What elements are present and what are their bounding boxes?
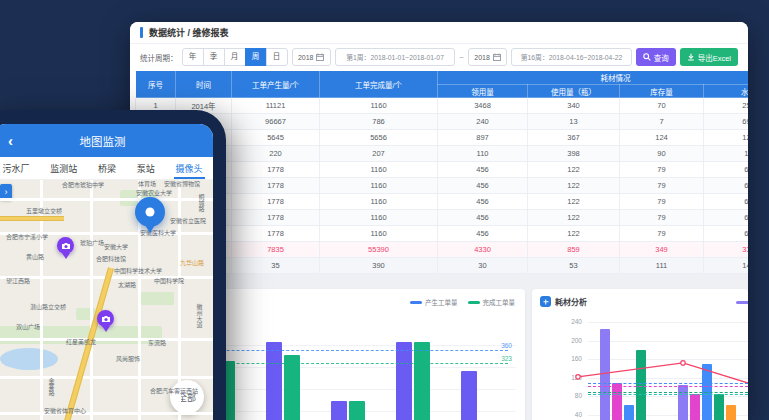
tab-桥梁[interactable]: 桥梁 — [96, 157, 118, 179]
bar-产生工单量 — [266, 342, 282, 420]
table-cell: 240 — [438, 114, 528, 130]
bar — [636, 350, 646, 420]
legend-item: 完成工单量 — [468, 297, 516, 307]
table-row: 32016年56455656897367124129 — [136, 130, 749, 146]
table-row: 52018年177811604561227967 — [136, 162, 749, 178]
tab-监测站[interactable]: 监测站 — [48, 157, 79, 179]
table-cell: 1778 — [232, 194, 320, 210]
map-label: 太湖路 — [118, 282, 136, 288]
gridline — [588, 341, 748, 342]
bar-产生工单量 — [331, 401, 347, 420]
tab-污水厂[interactable]: 污水厂 — [0, 157, 31, 179]
query-button[interactable]: 查询 — [636, 48, 676, 66]
table-cell: 124 — [620, 130, 704, 146]
chart-title-row: 耗材分析 — [540, 296, 587, 307]
map-road — [0, 338, 213, 341]
gridline — [588, 378, 748, 379]
column-header: 工单产生量/个 — [232, 71, 320, 98]
table-cell: 207 — [320, 146, 438, 162]
column-header: 时间 — [176, 71, 232, 98]
period-option-日[interactable]: 日 — [266, 48, 288, 66]
table-cell: 67 — [704, 194, 749, 210]
table-cell: 30 — [438, 258, 528, 274]
bar — [678, 385, 688, 420]
table-cell: 367 — [528, 130, 620, 146]
tab-摄像头[interactable]: 摄像头 — [174, 157, 205, 179]
table-cell: 398 — [528, 146, 620, 162]
filter-toolbar: 统计周期： 年季月周日 2018 第1周：2018-01-01~2018-01-… — [130, 44, 748, 70]
map-label: 安徽省体育中心 — [44, 408, 86, 414]
table-cell: 1160 — [320, 178, 438, 194]
map-road — [0, 198, 213, 201]
table-row: 22015年96667786240137690 — [136, 114, 749, 130]
period-option-月[interactable]: 月 — [224, 48, 246, 66]
camera-marker[interactable] — [97, 310, 114, 327]
week-start-input[interactable]: 第1周：2018-01-01~2018-01-07 — [335, 48, 455, 66]
camera-icon — [101, 315, 111, 323]
table-cell: 122 — [528, 194, 620, 210]
reference-line — [588, 386, 748, 387]
map-canvas[interactable]: › 全部 合肥市琥珀中学体育场安徽农业大学安徽省博物馆五里墩立交桥合肥市宁溪小学… — [0, 180, 213, 420]
map-all-button[interactable]: 全部 — [170, 380, 204, 414]
y-tick: 200 — [560, 337, 582, 344]
tab-泵站[interactable]: 泵站 — [135, 157, 157, 179]
table-cell: 55390 — [320, 242, 438, 258]
bar — [600, 329, 610, 420]
table-cell: 1160 — [320, 162, 438, 178]
map-label: 徽州大道 — [196, 304, 202, 328]
chart-title-icon — [540, 296, 551, 307]
map-park — [140, 292, 174, 305]
average-row: 平均值353903053111141 — [136, 258, 749, 274]
table-cell: 79 — [620, 226, 704, 242]
legend-dash — [410, 301, 422, 304]
table-cell: 690 — [704, 114, 749, 130]
table-cell: 13 — [528, 114, 620, 130]
camera-marker[interactable] — [57, 237, 74, 254]
reference-line — [588, 383, 748, 384]
charts-row: 产生工单量完成工单量 360323 耗材分析 2402001601208040 — [138, 289, 748, 420]
legend-text: 产生工单量 — [425, 297, 458, 307]
table-cell: 53 — [528, 258, 620, 274]
range-separator: ~ — [459, 53, 464, 62]
selected-camera-marker[interactable] — [135, 197, 165, 227]
export-excel-button[interactable]: 导出Excel — [680, 48, 738, 66]
map-label: 安徽省博物馆 — [164, 181, 200, 187]
map-label: 合肥市琥珀中学 — [62, 182, 104, 188]
table-row: 72020年177811604561227967 — [136, 194, 749, 210]
map-label: 合肥市宁溪小学 — [6, 234, 48, 240]
sub-column-header: 领用量 — [438, 85, 528, 98]
year-start-select[interactable]: 2018 — [292, 48, 331, 66]
table-cell: 7 — [620, 114, 704, 130]
column-header: 工单完成量/个 — [320, 71, 438, 98]
table-cell: 7835 — [232, 242, 320, 258]
table-cell: 96667 — [232, 114, 320, 130]
table-cell: 340 — [528, 98, 620, 114]
map-label: 安徽大学 — [104, 244, 128, 250]
table-cell: 456 — [438, 226, 528, 242]
legend-item: 产生工单量 — [410, 297, 458, 307]
year-end-select[interactable]: 2018 — [468, 48, 507, 66]
legend-text: 完成工单量 — [483, 297, 516, 307]
export-label: 导出Excel — [698, 52, 731, 63]
bar-完成工单量 — [284, 355, 300, 420]
column-header: 序号 — [136, 71, 176, 98]
period-option-周[interactable]: 周 — [245, 48, 267, 66]
map-label: 双山广场 — [16, 324, 40, 330]
table-cell: 79 — [620, 178, 704, 194]
map-label: 合肥汽车客运西站 — [150, 388, 198, 394]
period-option-年[interactable]: 年 — [182, 48, 204, 66]
back-icon[interactable]: ‹ — [8, 133, 13, 148]
reference-line — [588, 392, 748, 393]
bar-产生工单量 — [396, 342, 412, 420]
table-row: 12014年111211160346834070250 — [136, 98, 749, 114]
download-icon — [687, 53, 695, 61]
legend-dash — [468, 301, 480, 304]
period-segmented-control: 年季月周日 — [182, 48, 288, 66]
week-end-input[interactable]: 第16周：2018-04-16~2018-04-22 — [511, 48, 631, 66]
chart-title: 耗材分析 — [555, 296, 587, 307]
phone-header: ‹ 地图监测 — [0, 124, 213, 157]
period-option-季[interactable]: 季 — [203, 48, 225, 66]
table-cell: 456 — [438, 162, 528, 178]
report-table-element: 序号时间工单产生量/个工单完成量/个耗材情况领用量使用量（瓶）库存量水量1201… — [135, 70, 748, 274]
table-cell: 1160 — [320, 210, 438, 226]
